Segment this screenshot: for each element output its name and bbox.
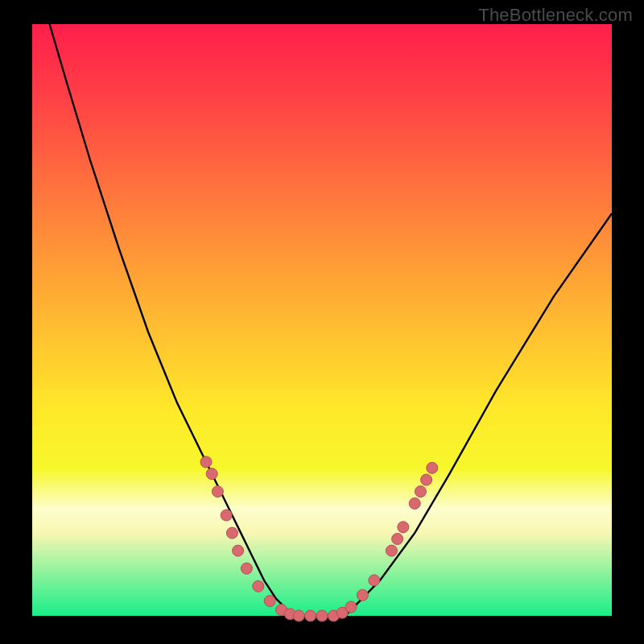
data-dot bbox=[357, 589, 368, 601]
data-dot bbox=[369, 575, 380, 586]
data-dot bbox=[200, 456, 212, 468]
data-dot bbox=[305, 610, 316, 621]
data-dot bbox=[409, 497, 420, 509]
bottleneck-curve bbox=[50, 24, 612, 616]
data-dot bbox=[226, 527, 237, 539]
data-dot bbox=[316, 610, 328, 621]
data-dot bbox=[233, 545, 244, 556]
plot-area bbox=[32, 24, 612, 616]
data-dot bbox=[421, 474, 432, 485]
chart-frame: TheBottleneck.com bbox=[0, 0, 644, 644]
data-dot bbox=[415, 486, 426, 497]
data-dot bbox=[386, 545, 397, 556]
data-dot bbox=[241, 563, 252, 574]
data-dot bbox=[398, 522, 409, 533]
data-dot bbox=[221, 510, 232, 521]
data-dot bbox=[345, 601, 357, 613]
data-dot bbox=[253, 580, 264, 592]
data-dot bbox=[427, 462, 438, 473]
data-dot bbox=[212, 486, 223, 497]
data-dot bbox=[392, 534, 403, 545]
data-dot bbox=[206, 469, 217, 480]
watermark-text: TheBottleneck.com bbox=[478, 5, 633, 26]
data-dot bbox=[264, 596, 275, 607]
data-dots bbox=[200, 456, 438, 621]
chart-svg bbox=[32, 24, 612, 616]
data-dot bbox=[293, 610, 304, 621]
